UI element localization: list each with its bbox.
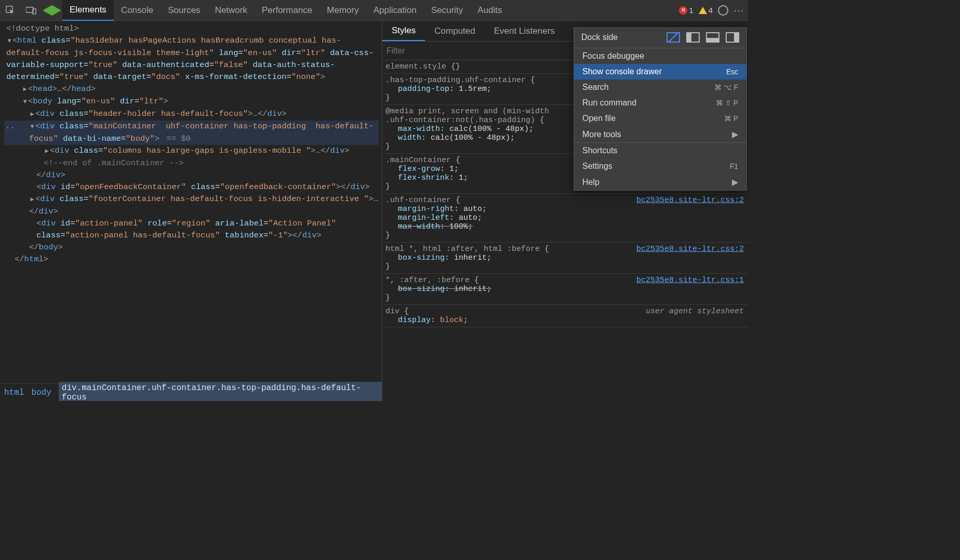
dock-left-icon[interactable]	[686, 32, 700, 43]
dom-node[interactable]: ▼<html class="hasSidebar hasPageActions …	[4, 35, 379, 83]
styles-subtab-event-listeners[interactable]: Event Listeners	[485, 21, 564, 41]
dom-node[interactable]: </div>	[4, 169, 379, 181]
dock-bottom-icon[interactable]	[706, 32, 719, 43]
inspect-element-icon[interactable]	[0, 0, 21, 21]
errors-badge[interactable]: ✕1	[679, 6, 693, 15]
breadcrumb[interactable]: htmlbodydiv.mainContainer.uhf-container.…	[0, 383, 382, 401]
breadcrumb-item[interactable]: div.mainContainer.uhf-container.has-top-…	[59, 382, 382, 402]
dom-node[interactable]: ▶<div class="columns has-large-gaps is-g…	[4, 145, 379, 157]
dock-right-icon[interactable]	[726, 32, 739, 43]
dock-side-label: Dock side	[581, 33, 660, 42]
panel-tab-network[interactable]: Network	[208, 0, 255, 21]
menu-item-show-console-drawer[interactable]: Show console drawerEsc	[574, 64, 746, 79]
css-rule[interactable]: user agent stylesheetdiv {display: block…	[382, 305, 748, 327]
elements-dom-pane: <!doctype html>▼<html class="hasSidebar …	[0, 21, 382, 401]
menu-item-open-file[interactable]: Open file⌘ P	[574, 111, 746, 126]
menu-item-help[interactable]: Help▶	[574, 174, 746, 190]
dom-node[interactable]: ..▼<div class="mainContainer uhf-contain…	[4, 121, 379, 145]
styles-subtab-computed[interactable]: Computed	[425, 21, 484, 41]
css-source-link[interactable]: bc2535e8.site-ltr.css:2	[636, 245, 744, 254]
menu-item-shortcuts[interactable]: Shortcuts	[574, 143, 746, 158]
dock-undock-icon[interactable]	[666, 32, 680, 43]
errors-count: 1	[689, 6, 693, 15]
main-menu-popup: Dock side Focus debuggeeShow console dra…	[574, 27, 747, 191]
menu-item-run-command[interactable]: Run command⌘ ⇧ P	[574, 95, 746, 111]
dom-tree[interactable]: <!doctype html>▼<html class="hasSidebar …	[0, 21, 382, 268]
css-source-link[interactable]: bc2535e8.site-ltr.css:2	[636, 196, 744, 205]
panel-tab-console[interactable]: Console	[114, 0, 161, 21]
more-menu-icon[interactable]: ⋯	[734, 4, 745, 17]
user-agent-label: user agent stylesheet	[646, 307, 744, 316]
css-rule[interactable]: bc2535e8.site-ltr.css:2html *, html :aft…	[382, 243, 748, 274]
panel-tabs: ElementsConsoleSourcesNetworkPerformance…	[62, 0, 510, 21]
css-source-link[interactable]: bc2535e8.site-ltr.css:1	[636, 276, 744, 285]
breadcrumb-item[interactable]: html	[4, 388, 24, 397]
dom-node[interactable]: <!doctype html>	[4, 23, 379, 35]
panel-tab-sources[interactable]: Sources	[161, 0, 207, 21]
dom-node[interactable]: ▶<div class="header-holder has-default-f…	[4, 108, 379, 121]
dom-node[interactable]: </body>	[4, 242, 379, 254]
css-rule[interactable]: bc2535e8.site-ltr.css:2.uhf-container {m…	[382, 194, 748, 243]
styles-subtab-styles[interactable]: Styles	[382, 21, 425, 41]
device-toolbar-icon[interactable]	[21, 0, 42, 21]
panel-tab-audits[interactable]: Audits	[470, 0, 509, 21]
panel-tab-application[interactable]: Application	[366, 0, 424, 21]
menu-item-settings[interactable]: SettingsF1	[574, 158, 746, 174]
menu-item-more-tools[interactable]: More tools▶	[574, 126, 746, 142]
panel-tab-elements[interactable]: Elements	[62, 0, 114, 21]
warnings-badge[interactable]: 4	[699, 6, 713, 15]
feedback-icon[interactable]	[718, 5, 728, 16]
panel-tab-security[interactable]: Security	[424, 0, 470, 21]
breadcrumb-item[interactable]: body	[31, 388, 51, 397]
dom-node[interactable]: <!--end of .mainContainer -->	[4, 157, 379, 169]
css-rule[interactable]: bc2535e8.site-ltr.css:1*, :after, :befor…	[382, 274, 748, 305]
warnings-count: 4	[709, 6, 713, 15]
dom-node[interactable]: <div id="openFeedbackContainer" class="o…	[4, 181, 379, 193]
dock-side-row: Dock side	[574, 27, 746, 48]
dom-node[interactable]: ▶<div class="footerContainer has-default…	[4, 193, 379, 218]
dom-node[interactable]: ▼<body lang="en-us" dir="ltr">	[4, 96, 379, 108]
dom-node[interactable]: </html>	[4, 254, 379, 265]
dom-node[interactable]: <div id="action-panel" role="region" ari…	[4, 218, 379, 242]
svg-rect-1	[26, 7, 33, 12]
devtools-topbar: ElementsConsoleSourcesNetworkPerformance…	[0, 0, 748, 21]
3d-view-icon[interactable]	[42, 0, 62, 21]
panel-tab-performance[interactable]: Performance	[255, 0, 319, 21]
menu-item-search[interactable]: Search⌘ ⌥ F	[574, 79, 746, 95]
menu-item-focus-debuggee[interactable]: Focus debuggee	[574, 48, 746, 64]
panel-tab-memory[interactable]: Memory	[319, 0, 366, 21]
dom-node[interactable]: ▶<head>…</head>	[4, 83, 379, 96]
